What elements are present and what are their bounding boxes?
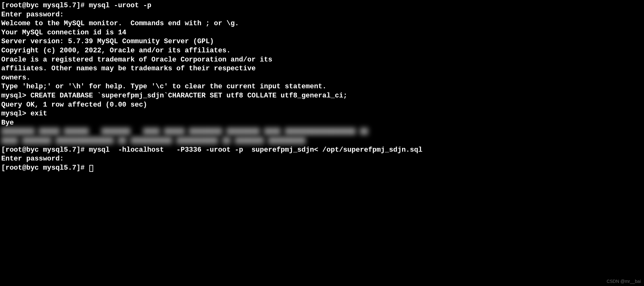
watermark-text: CSDN @mr__bai [607,278,641,284]
output-line: Welcome to the MySQL monitor. Commands e… [1,19,643,28]
output-line: Enter password: [1,155,643,164]
sql-command: CREATE DATABASE `superefpmj_sdjn`CHARACT… [30,92,347,100]
output-line: Query OK, 1 row affected (0.00 sec) [1,101,643,110]
output-line: Server version: 5.7.39 MySQL Community S… [1,37,643,46]
output-line: Your MySQL connection id is 14 [1,28,643,38]
cursor-icon [89,165,93,172]
mysql-prompt: mysql> [1,92,30,100]
shell-prompt: [root@byc mysql5.7]# [1,2,89,9]
output-line: Oracle is a registered trademark of Orac… [1,55,643,65]
command-text: mysql -uroot -p [89,2,151,9]
command-line-3: [root@byc mysql5.7]# [1,164,643,173]
output-line: Bye [1,119,643,128]
sql-command: exit [30,110,47,118]
shell-prompt: [root@byc mysql5.7]# [1,146,89,154]
mysql-command-line: mysql> exit [1,109,643,119]
redacted-line: ████ ███████ ██████████████ ██ █████████… [1,137,643,146]
mysql-prompt: mysql> [1,110,30,118]
output-line: affiliates. Other names may be trademark… [1,64,643,73]
command-line-1: [root@byc mysql5.7]# mysql -uroot -p [1,1,643,10]
output-line: owners. [1,73,643,83]
output-line: Copyright (c) 2000, 2022, Oracle and/or … [1,46,643,55]
command-line-2: [root@byc mysql5.7]# mysql -hlocalhost -… [1,146,643,155]
terminal-output[interactable]: [root@byc mysql5.7]# mysql -uroot -p Ent… [1,1,643,172]
redacted-line: ████████ █████ ██████ ███████ ████ █████… [1,127,643,137]
shell-prompt: [root@byc mysql5.7]# [1,164,89,172]
command-text: mysql -hlocalhost -P3336 -uroot -p super… [89,146,422,154]
output-line: Type 'help;' or '\h' for help. Type '\c'… [1,82,643,91]
mysql-command-line: mysql> CREATE DATABASE `superefpmj_sdjn`… [1,91,643,101]
output-line: Enter password: [1,10,643,20]
